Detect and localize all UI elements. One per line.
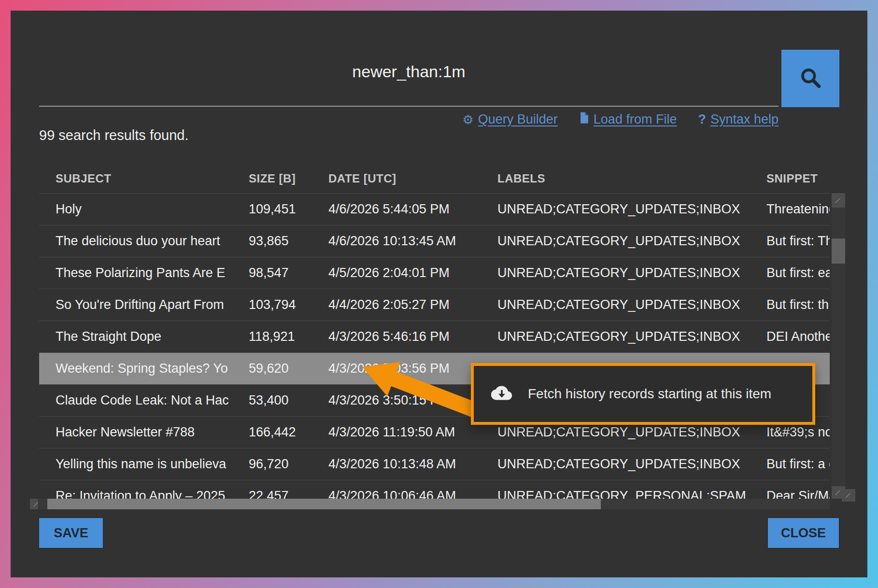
cell-date: 4/6/2026 10:13:45 AM bbox=[319, 234, 488, 249]
cell-size: 22,457 bbox=[241, 489, 319, 499]
cell-size: 53,400 bbox=[241, 393, 319, 408]
col-header-subject: SUBJECT bbox=[39, 172, 241, 185]
file-icon bbox=[579, 112, 589, 127]
table-row[interactable]: Holy109,4514/6/2026 5:44:05 PMUNREAD;CAT… bbox=[39, 193, 830, 225]
scrollbar-corner-grip bbox=[842, 489, 855, 502]
cell-snippet: Dear Sir/Ma bbox=[758, 489, 830, 499]
tooltip-text: Fetch history records starting at this i… bbox=[528, 386, 771, 402]
results-count: 99 search results found. bbox=[39, 126, 189, 145]
vscrollbar-top-button[interactable] bbox=[832, 193, 845, 208]
table-row[interactable]: The delicious duo your heart93,8654/6/20… bbox=[39, 225, 830, 257]
cell-subject: Claude Code Leak: Not a Hac bbox=[39, 393, 241, 408]
cell-size: 109,451 bbox=[241, 202, 319, 217]
desktop-background: ⚙ Query Builder Load from File ? Syntax … bbox=[0, 0, 878, 588]
magnifier-icon bbox=[797, 64, 824, 93]
cell-size: 166,442 bbox=[241, 425, 319, 440]
cell-size: 98,547 bbox=[241, 266, 319, 280]
table-row[interactable]: Re: Invitation to Apply – 202522,4574/3/… bbox=[39, 480, 830, 499]
cell-snippet: It&#39;s no bbox=[758, 425, 830, 440]
save-button[interactable]: SAVE bbox=[39, 518, 103, 548]
table-row[interactable]: Yelling this name is unbelieva96,7204/3/… bbox=[39, 448, 830, 480]
cell-labels: UNREAD;CATEGORY_PERSONAL;SPAM bbox=[488, 489, 758, 499]
question-icon: ? bbox=[698, 112, 706, 127]
gear-icon: ⚙ bbox=[462, 113, 473, 126]
cell-labels: UNREAD;CATEGORY_UPDATES;INBOX bbox=[488, 457, 758, 472]
syntax-help-link[interactable]: ? Syntax help bbox=[698, 112, 779, 127]
col-header-labels: LABELS bbox=[488, 172, 758, 185]
table-row[interactable]: These Polarizing Pants Are E98,5474/5/20… bbox=[39, 257, 830, 289]
query-builder-label: Query Builder bbox=[478, 112, 558, 127]
cell-subject: These Polarizing Pants Are E bbox=[39, 266, 241, 280]
cell-labels: UNREAD;CATEGORY_UPDATES;INBOX bbox=[488, 329, 758, 344]
table-row[interactable]: The Straight Dope118,9214/3/2026 5:46:16… bbox=[39, 321, 830, 352]
cell-subject: Weekend: Spring Staples? Yo bbox=[39, 361, 241, 376]
cloud-download-icon bbox=[491, 384, 512, 404]
cell-date: 4/3/2026 5:03:56 PM bbox=[319, 361, 488, 376]
load-from-file-label: Load from File bbox=[594, 112, 677, 127]
cell-labels: UNREAD;CATEGORY_UPDATES;INBOX bbox=[488, 202, 758, 217]
col-header-date: DATE [UTC] bbox=[319, 172, 488, 185]
syntax-help-label: Syntax help bbox=[710, 112, 779, 127]
load-from-file-link[interactable]: Load from File bbox=[579, 112, 677, 127]
search-dialog: ⚙ Query Builder Load from File ? Syntax … bbox=[11, 11, 867, 577]
cell-size: 59,620 bbox=[241, 361, 319, 376]
cell-subject: So You're Drifting Apart From bbox=[39, 297, 241, 312]
cell-labels: UNREAD;CATEGORY_UPDATES;INBOX bbox=[488, 297, 758, 312]
close-button[interactable]: CLOSE bbox=[768, 518, 839, 548]
cell-labels: UNREAD;CATEGORY_UPDATES;INBOX bbox=[488, 234, 758, 249]
results-table: SUBJECT SIZE [B] DATE [UTC] LABELS SNIPP… bbox=[39, 164, 830, 499]
col-header-size: SIZE [B] bbox=[241, 172, 319, 185]
table-body: Holy109,4514/6/2026 5:44:05 PMUNREAD;CAT… bbox=[39, 193, 830, 499]
cell-subject: Holy bbox=[39, 202, 241, 217]
cell-subject: The delicious duo your heart bbox=[39, 234, 241, 249]
search-query-input[interactable] bbox=[39, 50, 779, 107]
cell-labels: UNREAD;CATEGORY_UPDATES;INBOX bbox=[488, 266, 758, 280]
vscrollbar-thumb[interactable] bbox=[832, 238, 845, 264]
cell-snippet: But first: a c bbox=[758, 457, 830, 472]
cell-date: 4/3/2026 3:50:15 PM bbox=[319, 393, 488, 408]
cell-date: 4/6/2026 5:44:05 PM bbox=[319, 202, 488, 217]
cell-date: 4/3/2026 11:19:50 AM bbox=[319, 425, 488, 440]
search-button[interactable] bbox=[781, 50, 839, 107]
cell-date: 4/3/2026 10:13:48 AM bbox=[319, 457, 488, 472]
cell-snippet: Threatening bbox=[758, 202, 830, 217]
cell-size: 96,720 bbox=[241, 457, 319, 472]
cell-size: 93,865 bbox=[241, 234, 319, 249]
cell-snippet: DEI Anothe bbox=[758, 329, 830, 344]
query-builder-link[interactable]: ⚙ Query Builder bbox=[462, 112, 557, 127]
fetch-history-tooltip: Fetch history records starting at this i… bbox=[471, 363, 815, 425]
cell-snippet: But first: ea bbox=[758, 266, 830, 280]
cell-snippet: But first: Th bbox=[758, 234, 830, 249]
cell-date: 4/3/2026 5:46:16 PM bbox=[319, 329, 488, 344]
cell-labels: UNREAD;CATEGORY_UPDATES;INBOX bbox=[488, 425, 758, 440]
col-header-snippet: SNIPPET bbox=[758, 172, 830, 185]
cell-subject: Re: Invitation to Apply – 2025 bbox=[39, 489, 241, 499]
table-row[interactable]: So You're Drifting Apart From103,7944/4/… bbox=[39, 289, 830, 321]
cell-subject: The Straight Dope bbox=[39, 329, 241, 344]
cell-date: 4/5/2026 2:04:01 PM bbox=[319, 266, 488, 280]
cell-subject: Yelling this name is unbelieva bbox=[39, 457, 241, 472]
cell-date: 4/4/2026 2:05:27 PM bbox=[319, 297, 488, 312]
cell-size: 103,794 bbox=[241, 297, 319, 312]
table-header-row: SUBJECT SIZE [B] DATE [UTC] LABELS SNIPP… bbox=[39, 164, 830, 193]
cell-snippet: But first: th bbox=[758, 297, 830, 312]
cell-subject: Hacker Newsletter #788 bbox=[39, 425, 241, 440]
hscrollbar-thumb[interactable] bbox=[47, 499, 601, 509]
hscrollbar-left-button[interactable] bbox=[30, 499, 38, 509]
cell-date: 4/3/2026 10:06:46 AM bbox=[319, 489, 488, 499]
cell-size: 118,921 bbox=[241, 329, 319, 344]
